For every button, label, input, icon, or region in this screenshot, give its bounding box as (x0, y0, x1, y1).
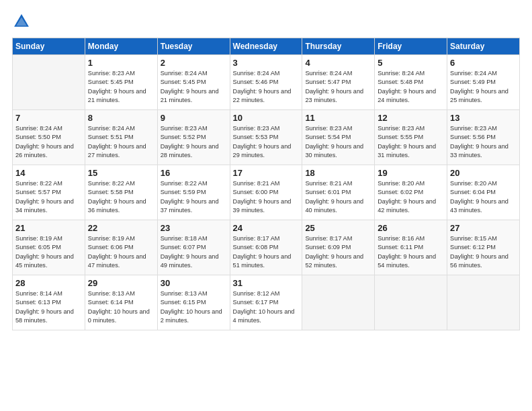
day-number: 14 (15, 168, 82, 178)
week-row-1: 1Sunrise: 8:23 AMSunset: 5:45 PMDaylight… (13, 55, 520, 110)
day-number: 13 (450, 113, 517, 123)
day-info: Sunrise: 8:20 AMSunset: 6:04 PMDaylight:… (450, 179, 517, 215)
day-number: 23 (161, 223, 227, 233)
calendar-cell: 26Sunrise: 8:16 AMSunset: 6:11 PMDayligh… (375, 220, 447, 275)
day-number: 27 (450, 223, 517, 233)
week-row-5: 28Sunrise: 8:14 AMSunset: 6:13 PMDayligh… (13, 275, 520, 330)
day-info: Sunrise: 8:23 AMSunset: 5:45 PMDaylight:… (88, 69, 154, 105)
day-info: Sunrise: 8:13 AMSunset: 6:14 PMDaylight:… (88, 289, 154, 325)
day-info: Sunrise: 8:13 AMSunset: 6:15 PMDaylight:… (161, 289, 227, 325)
calendar-cell: 21Sunrise: 8:19 AMSunset: 6:05 PMDayligh… (13, 220, 85, 275)
calendar-cell: 4Sunrise: 8:24 AMSunset: 5:47 PMDaylight… (302, 55, 375, 110)
day-number: 8 (88, 113, 154, 123)
day-number: 9 (161, 113, 227, 123)
day-header-monday: Monday (85, 38, 157, 55)
day-number: 3 (233, 58, 300, 68)
day-info: Sunrise: 8:18 AMSunset: 6:07 PMDaylight:… (161, 234, 227, 270)
day-header-sunday: Sunday (13, 38, 85, 55)
day-info: Sunrise: 8:23 AMSunset: 5:53 PMDaylight:… (233, 124, 300, 160)
day-info: Sunrise: 8:21 AMSunset: 6:01 PMDaylight:… (305, 179, 371, 215)
day-number: 20 (450, 168, 517, 178)
day-info: Sunrise: 8:22 AMSunset: 5:59 PMDaylight:… (161, 179, 227, 215)
day-number: 21 (15, 223, 82, 233)
calendar-cell: 14Sunrise: 8:22 AMSunset: 5:57 PMDayligh… (13, 165, 85, 220)
calendar-cell: 9Sunrise: 8:23 AMSunset: 5:52 PMDaylight… (157, 110, 230, 165)
calendar-cell: 11Sunrise: 8:23 AMSunset: 5:54 PMDayligh… (302, 110, 375, 165)
day-info: Sunrise: 8:19 AMSunset: 6:06 PMDaylight:… (88, 234, 154, 270)
logo-icon (12, 12, 31, 31)
page: SundayMondayTuesdayWednesdayThursdayFrid… (0, 0, 532, 411)
day-number: 15 (88, 168, 154, 178)
calendar-cell: 30Sunrise: 8:13 AMSunset: 6:15 PMDayligh… (157, 275, 230, 330)
day-info: Sunrise: 8:16 AMSunset: 6:11 PMDaylight:… (378, 234, 444, 270)
day-number: 12 (378, 113, 444, 123)
day-number: 5 (378, 58, 444, 68)
day-number: 4 (305, 58, 371, 68)
day-info: Sunrise: 8:17 AMSunset: 6:09 PMDaylight:… (305, 234, 371, 270)
day-number: 6 (450, 58, 517, 68)
day-info: Sunrise: 8:23 AMSunset: 5:52 PMDaylight:… (161, 124, 227, 160)
day-info: Sunrise: 8:23 AMSunset: 5:56 PMDaylight:… (450, 124, 517, 160)
calendar-cell: 5Sunrise: 8:24 AMSunset: 5:48 PMDaylight… (375, 55, 447, 110)
day-number: 7 (15, 113, 82, 123)
day-info: Sunrise: 8:24 AMSunset: 5:47 PMDaylight:… (305, 69, 371, 105)
day-number: 22 (88, 223, 154, 233)
calendar-cell: 22Sunrise: 8:19 AMSunset: 6:06 PMDayligh… (85, 220, 157, 275)
calendar-cell: 6Sunrise: 8:24 AMSunset: 5:49 PMDaylight… (447, 55, 520, 110)
calendar-cell: 23Sunrise: 8:18 AMSunset: 6:07 PMDayligh… (157, 220, 230, 275)
calendar-cell: 28Sunrise: 8:14 AMSunset: 6:13 PMDayligh… (13, 275, 85, 330)
calendar-cell: 2Sunrise: 8:24 AMSunset: 5:45 PMDaylight… (157, 55, 230, 110)
day-number: 11 (305, 113, 371, 123)
calendar-cell: 24Sunrise: 8:17 AMSunset: 6:08 PMDayligh… (230, 220, 302, 275)
calendar-cell: 12Sunrise: 8:23 AMSunset: 5:55 PMDayligh… (375, 110, 447, 165)
day-number: 31 (233, 278, 300, 288)
day-header-tuesday: Tuesday (157, 38, 230, 55)
day-info: Sunrise: 8:17 AMSunset: 6:08 PMDaylight:… (233, 234, 300, 270)
calendar-cell (13, 55, 85, 110)
day-info: Sunrise: 8:21 AMSunset: 6:00 PMDaylight:… (233, 179, 300, 215)
calendar-cell: 10Sunrise: 8:23 AMSunset: 5:53 PMDayligh… (230, 110, 302, 165)
header (12, 12, 520, 31)
calendar-cell: 17Sunrise: 8:21 AMSunset: 6:00 PMDayligh… (230, 165, 302, 220)
day-number: 25 (305, 223, 371, 233)
day-header-wednesday: Wednesday (230, 38, 302, 55)
day-info: Sunrise: 8:24 AMSunset: 5:51 PMDaylight:… (88, 124, 154, 160)
day-info: Sunrise: 8:24 AMSunset: 5:49 PMDaylight:… (450, 69, 517, 105)
calendar-cell (302, 275, 375, 330)
day-number: 10 (233, 113, 300, 123)
day-number: 29 (88, 278, 154, 288)
day-info: Sunrise: 8:24 AMSunset: 5:45 PMDaylight:… (161, 69, 227, 105)
day-number: 26 (378, 223, 444, 233)
calendar-cell (375, 275, 447, 330)
day-info: Sunrise: 8:23 AMSunset: 5:54 PMDaylight:… (305, 124, 371, 160)
day-info: Sunrise: 8:12 AMSunset: 6:17 PMDaylight:… (233, 289, 300, 325)
calendar-cell: 15Sunrise: 8:22 AMSunset: 5:58 PMDayligh… (85, 165, 157, 220)
day-number: 24 (233, 223, 300, 233)
day-header-friday: Friday (375, 38, 447, 55)
day-header-saturday: Saturday (447, 38, 520, 55)
calendar-cell: 19Sunrise: 8:20 AMSunset: 6:02 PMDayligh… (375, 165, 447, 220)
day-header-thursday: Thursday (302, 38, 375, 55)
day-number: 17 (233, 168, 300, 178)
day-info: Sunrise: 8:22 AMSunset: 5:57 PMDaylight:… (15, 179, 82, 215)
week-row-3: 14Sunrise: 8:22 AMSunset: 5:57 PMDayligh… (13, 165, 520, 220)
day-number: 16 (161, 168, 227, 178)
day-number: 1 (88, 58, 154, 68)
calendar-cell: 13Sunrise: 8:23 AMSunset: 5:56 PMDayligh… (447, 110, 520, 165)
calendar-cell: 18Sunrise: 8:21 AMSunset: 6:01 PMDayligh… (302, 165, 375, 220)
day-info: Sunrise: 8:24 AMSunset: 5:48 PMDaylight:… (378, 69, 444, 105)
calendar-cell: 16Sunrise: 8:22 AMSunset: 5:59 PMDayligh… (157, 165, 230, 220)
week-row-2: 7Sunrise: 8:24 AMSunset: 5:50 PMDaylight… (13, 110, 520, 165)
day-info: Sunrise: 8:24 AMSunset: 5:46 PMDaylight:… (233, 69, 300, 105)
day-info: Sunrise: 8:24 AMSunset: 5:50 PMDaylight:… (15, 124, 82, 160)
calendar-cell: 31Sunrise: 8:12 AMSunset: 6:17 PMDayligh… (230, 275, 302, 330)
logo (12, 12, 34, 31)
day-number: 19 (378, 168, 444, 178)
day-info: Sunrise: 8:23 AMSunset: 5:55 PMDaylight:… (378, 124, 444, 160)
calendar-cell: 25Sunrise: 8:17 AMSunset: 6:09 PMDayligh… (302, 220, 375, 275)
day-number: 28 (15, 278, 82, 288)
calendar-cell: 27Sunrise: 8:15 AMSunset: 6:12 PMDayligh… (447, 220, 520, 275)
calendar-cell: 7Sunrise: 8:24 AMSunset: 5:50 PMDaylight… (13, 110, 85, 165)
calendar-cell: 20Sunrise: 8:20 AMSunset: 6:04 PMDayligh… (447, 165, 520, 220)
calendar-cell (447, 275, 520, 330)
